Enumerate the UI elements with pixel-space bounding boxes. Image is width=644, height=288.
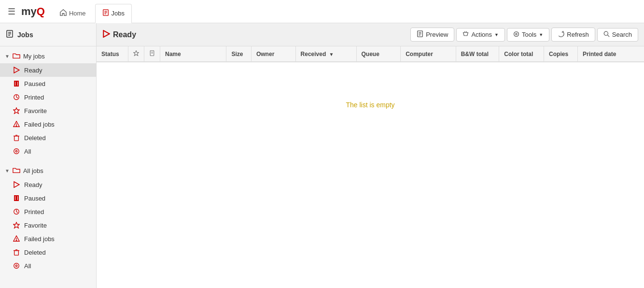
svg-marker-24 [14,222,19,228]
svg-point-27 [16,240,16,241]
sidebar-item-all-ready-label: Ready [24,181,42,188]
tools-button[interactable]: Tools ▼ [507,28,549,42]
sidebar-item-all[interactable]: All [0,144,96,158]
svg-marker-37 [463,32,468,36]
svg-marker-20 [14,182,19,187]
sidebar-item-favorite[interactable]: Favorite [0,104,96,117]
svg-rect-22 [17,196,18,201]
actions-icon [462,31,469,39]
sidebar-item-all-failed-jobs[interactable]: Failed jobs [0,232,96,245]
sidebar-item-all-paused[interactable]: Paused [0,191,96,205]
tab-jobs[interactable]: Jobs [95,4,132,23]
sidebar-item-deleted-label: Deleted [24,134,46,142]
svg-point-31 [15,265,17,267]
col-size[interactable]: Size [226,46,252,62]
col-queue[interactable]: Queue [356,46,401,62]
sidebar-item-all-deleted[interactable]: Deleted [0,245,96,259]
page-title: Ready [113,30,136,39]
favorite-icon [13,107,20,115]
main-layout: Jobs ▼ My jobs Ready [0,23,644,288]
col-type-icon [149,51,155,58]
col-favorite[interactable] [128,46,144,62]
sidebar-item-ready[interactable]: Ready [0,63,96,77]
sidebar-group-my-jobs[interactable]: ▼ My jobs [0,49,96,63]
sidebar-item-all-all[interactable]: All [0,259,96,273]
tools-icon [513,31,519,39]
sidebar-item-paused[interactable]: Paused [0,77,96,90]
all-icon [13,147,20,155]
tools-button-label: Tools [522,31,536,38]
svg-rect-28 [14,251,19,256]
col-copies[interactable]: Copies [544,46,578,62]
preview-button[interactable]: Preview [410,28,454,42]
tab-home[interactable]: Home [53,4,93,23]
paused-icon-2 [13,194,20,202]
jobs-icon [102,9,109,17]
svg-rect-21 [14,196,16,201]
failed-icon [13,120,20,128]
jobs-table: Status [97,46,644,147]
sidebar-section-my-jobs: ▼ My jobs Ready [0,46,96,161]
sidebar-group-all-jobs-label: All jobs [23,167,43,174]
tab-home-label: Home [69,10,86,17]
actions-button-label: Actions [471,31,492,38]
sidebar-header: Jobs [0,23,96,46]
empty-row: The list is empty [97,62,644,147]
svg-marker-32 [103,30,110,37]
tools-dropdown-arrow: ▼ [539,32,543,37]
svg-marker-8 [14,67,19,73]
actions-button[interactable]: Actions ▼ [456,28,505,42]
col-received-label: Received [301,51,326,58]
col-name[interactable]: Name [160,46,226,62]
svg-point-42 [604,31,608,35]
col-bw-total[interactable]: B&W total [456,46,499,62]
svg-marker-12 [14,108,19,114]
ready-icon [13,66,20,74]
col-computer-label: Computer [406,51,433,58]
sidebar-group-all-jobs[interactable]: ▼ All jobs [0,164,96,178]
refresh-button[interactable]: Refresh [551,28,595,42]
sidebar-item-deleted[interactable]: Deleted [0,131,96,144]
svg-point-41 [516,33,517,34]
sidebar-item-all-printed-label: Printed [24,208,44,216]
svg-point-40 [514,31,519,36]
search-button-label: Search [612,31,632,38]
svg-rect-9 [14,81,16,86]
svg-point-15 [16,126,16,126]
top-nav: ☰ myQ Home Jobs [0,0,644,23]
col-owner[interactable]: Owner [251,46,295,62]
sidebar-item-printed[interactable]: Printed [0,90,96,104]
all-icon-2 [13,262,20,270]
hamburger-button[interactable]: ☰ [4,4,19,19]
col-status-label: Status [101,51,119,58]
sidebar-item-failed-jobs-label: Failed jobs [24,121,55,128]
col-computer[interactable]: Computer [401,46,456,62]
sidebar-item-ready-label: Ready [24,67,42,74]
col-color-total[interactable]: Color total [499,46,544,62]
table-container: Status [97,46,644,288]
col-received[interactable]: Received ▼ [295,46,356,62]
folder-icon-2 [13,167,20,175]
sidebar-item-all-favorite[interactable]: Favorite [0,218,96,232]
col-printed-date[interactable]: Printed date [577,46,644,62]
sidebar-item-all-all-label: All [24,262,31,270]
sidebar-item-all-ready[interactable]: Ready [0,178,96,191]
col-status[interactable]: Status [97,46,128,62]
preview-icon [417,30,423,39]
search-button[interactable]: Search [597,28,638,42]
sidebar-item-failed-jobs[interactable]: Failed jobs [0,117,96,131]
paused-icon [13,80,20,87]
col-size-label: Size [231,51,243,58]
col-name-label: Name [165,51,181,58]
col-copies-label: Copies [549,51,568,58]
col-type[interactable] [144,46,160,62]
refresh-icon [558,30,564,39]
actions-dropdown-arrow: ▼ [494,32,499,37]
sidebar-jobs-icon [6,30,14,39]
sidebar-item-all-printed[interactable]: Printed [0,205,96,218]
sidebar-item-all-paused-label: Paused [24,195,45,202]
sidebar-item-all-deleted-label: Deleted [24,249,46,256]
col-favorite-icon [133,51,139,58]
col-bw-total-label: B&W total [461,51,489,58]
toolbar-title-icon [102,30,110,40]
